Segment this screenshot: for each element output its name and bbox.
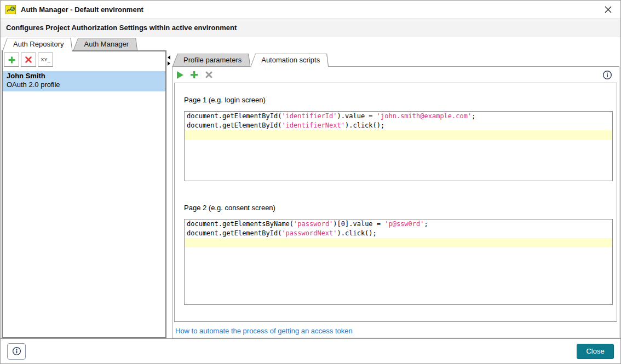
info-icon[interactable]	[602, 70, 612, 80]
delete-icon	[25, 56, 32, 63]
collapse-left-icon[interactable]	[168, 55, 170, 60]
profile-toolbar: XY_	[3, 51, 165, 69]
title-bar: Auth Manager - Default environment	[1, 1, 620, 18]
profile-list-item[interactable]: John Smith OAuth 2.0 profile	[3, 71, 165, 91]
tab-label: Auth Repository	[3, 38, 72, 51]
auth-repository-panel: XY_ John Smith OAuth 2.0 profile	[2, 50, 166, 338]
profile-type: OAuth 2.0 profile	[7, 80, 162, 89]
add-icon	[8, 56, 16, 64]
script-editor-page1[interactable]: document.getElementById('identifierId').…	[184, 111, 613, 181]
main-tab-bar: Auth Repository Auth Manager	[1, 37, 620, 50]
page2-label: Page 2 (e.g. consent screen)	[184, 204, 617, 212]
remove-script-button[interactable]	[205, 71, 213, 79]
profile-name: John Smith	[7, 72, 162, 80]
dialog-footer: Close	[1, 338, 620, 363]
add-script-button[interactable]	[189, 70, 199, 79]
tab-label: Profile parameters	[173, 54, 250, 66]
remove-icon	[205, 71, 213, 79]
profile-tab-bar: Profile parameters Automation scripts	[172, 54, 619, 66]
scripts-form: Page 1 (e.g. login screen) document.getE…	[174, 83, 617, 322]
profile-list: John Smith OAuth 2.0 profile	[3, 69, 165, 337]
content-area: XY_ John Smith OAuth 2.0 profile Profile…	[1, 50, 620, 338]
auth-manager-dialog: Auth Manager - Default environment Confi…	[0, 0, 621, 364]
split-collapse-icons[interactable]	[168, 55, 170, 66]
tab-label: Automation scripts	[251, 54, 328, 67]
window-close-icon[interactable]	[601, 2, 615, 16]
dialog-info-button[interactable]	[7, 343, 26, 360]
rename-profile-button[interactable]: XY_	[38, 53, 53, 67]
tab-automation-scripts[interactable]: Automation scripts	[250, 54, 329, 67]
collapse-right-icon[interactable]	[168, 61, 170, 66]
window-title: Auth Manager - Default environment	[21, 5, 143, 14]
automation-scripts-pane: Page 1 (e.g. login screen) document.getE…	[172, 66, 619, 338]
tab-label: Auth Manager	[74, 38, 137, 50]
script-editor-page2[interactable]: document.getElementsByName('password')[0…	[184, 219, 613, 305]
close-button[interactable]: Close	[577, 344, 614, 359]
info-icon	[12, 346, 21, 356]
split-pane-divider[interactable]	[166, 50, 172, 338]
add-profile-button[interactable]	[4, 53, 19, 67]
run-scripts-button[interactable]	[177, 71, 183, 79]
rename-icon: XY_	[41, 57, 50, 62]
tab-auth-manager[interactable]: Auth Manager	[73, 38, 138, 50]
script-toolbar	[173, 67, 619, 83]
add-icon	[189, 70, 199, 79]
tab-auth-repository[interactable]: Auth Repository	[2, 38, 73, 51]
help-link[interactable]: How to automate the process of getting a…	[175, 327, 353, 335]
profile-detail-panel: Profile parameters Automation scripts	[172, 50, 619, 338]
run-icon	[177, 71, 183, 79]
dialog-description: Configures Project Authorization Setting…	[1, 18, 620, 37]
app-icon	[5, 5, 16, 14]
page1-label: Page 1 (e.g. login screen)	[184, 96, 617, 104]
tab-profile-parameters[interactable]: Profile parameters	[173, 54, 250, 66]
delete-profile-button[interactable]	[21, 53, 36, 67]
